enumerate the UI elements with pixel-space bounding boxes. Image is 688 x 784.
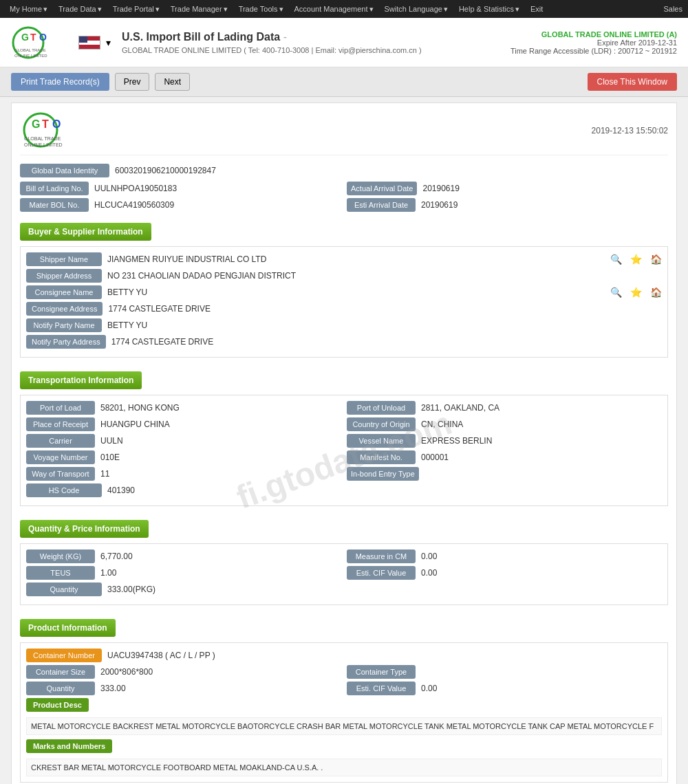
carrier-vessel-row: Carrier UULN Vessel Name EXPRESS BERLIN	[26, 434, 662, 448]
notify-party-name-value: BETTY YU	[107, 320, 662, 330]
consignee-address-label: Consignee Address	[26, 302, 103, 316]
esti-cif-value: 0.00	[421, 568, 662, 578]
logo-area: G T O GLOBAL TRADE ONLINE LIMITED ▾	[11, 25, 111, 60]
receipt-origin-row: Place of Receipt HUANGPU CHINA Country o…	[26, 417, 662, 431]
transportation-header: Transportation Information	[20, 371, 142, 389]
container-type-section: Container Type	[347, 665, 662, 679]
container-type-label: Container Type	[347, 665, 416, 679]
teus-value: 1.00	[100, 568, 341, 578]
consignee-name-row: Consignee Name BETTY YU 🔍 ⭐ 🏠	[26, 285, 662, 299]
consignee-address-value: 1774 CASTLEGATE DRIVE	[108, 304, 662, 314]
port-unload-value: 2811, OAKLAND, CA	[421, 403, 662, 413]
way-transport-value: 11	[100, 469, 341, 479]
shipper-address-value: NO 231 CHAOLIAN DADAO PENGJIAN DISTRICT	[107, 271, 662, 281]
us-flag	[78, 36, 100, 50]
container-number-label: Container Number	[26, 649, 102, 662]
actual-arrival-label: Actual Arrival Date	[347, 182, 417, 195]
mater-bol-value: HLCUCA4190560309	[94, 200, 341, 210]
manifest-section: Manifest No. 000001	[347, 450, 662, 464]
voyage-manifest-row: Voyage Number 010E Manifest No. 000001	[26, 450, 662, 464]
top-nav: My Home ▾ Trade Data ▾ Trade Portal ▾ Tr…	[0, 0, 688, 18]
nav-trade-data[interactable]: Trade Data ▾	[54, 0, 106, 18]
svg-text:GLOBAL TRADE: GLOBAL TRADE	[24, 136, 61, 141]
nav-items: My Home ▾ Trade Data ▾ Trade Portal ▾ Tr…	[6, 0, 547, 18]
esti-arrival-label: Esti Arrival Date	[347, 198, 416, 212]
product-info-header: Product Information	[20, 619, 116, 637]
consignee-search-icon[interactable]: 🔍	[610, 287, 622, 298]
nav-sales[interactable]: Sales	[663, 5, 682, 13]
product-info-section: Container Number UACU3947438 ( AC / L / …	[20, 642, 668, 783]
main-content: fi.gtodata.com G T O GLOBAL TRADE ONLINE…	[11, 102, 677, 784]
svg-text:G: G	[32, 118, 40, 130]
product-cif-value: 0.00	[421, 684, 662, 693]
country-origin-label: Country of Origin	[347, 417, 416, 431]
nav-trade-manager[interactable]: Trade Manager ▾	[166, 0, 232, 18]
svg-text:G: G	[21, 32, 29, 43]
nav-help-statistics[interactable]: Help & Statistics ▾	[455, 0, 524, 18]
shipper-address-label: Shipper Address	[26, 269, 102, 283]
nav-switch-language[interactable]: Switch Language ▾	[380, 0, 452, 18]
shipper-name-row: Shipper Name JIANGMEN RUIYUE INDUSTRIAL …	[26, 252, 662, 266]
port-load-label: Port of Load	[26, 401, 95, 415]
container-size-section: Container Size 2000*806*800	[26, 665, 341, 679]
qty-price-header: Quantity & Price Information	[20, 520, 149, 538]
country-origin-section: Country of Origin CN, CHINA	[347, 417, 662, 431]
consignee-name-value: BETTY YU	[107, 287, 602, 297]
hs-code-row: HS Code 401390	[26, 483, 662, 497]
nav-my-home[interactable]: My Home ▾	[6, 0, 52, 18]
next-button-top[interactable]: Next	[155, 73, 190, 91]
home-icon[interactable]: 🏠	[650, 254, 662, 265]
place-receipt-label: Place of Receipt	[26, 417, 95, 431]
teus-cif-row: TEUS 1.00 Esti. CIF Value 0.00	[26, 566, 662, 580]
star-icon[interactable]: ⭐	[630, 254, 642, 265]
port-load-section: Port of Load 58201, HONG KONG	[26, 401, 341, 415]
close-button-top[interactable]: Close This Window	[588, 73, 677, 91]
container-size-value: 2000*806*800	[100, 667, 341, 677]
ldr: Time Range Accessible (LDR) : 200712 ~ 2…	[510, 47, 677, 55]
transportation-section: Port of Load 58201, HONG KONG Port of Un…	[20, 395, 668, 506]
mater-bol-row: Mater BOL No. HLCUCA4190560309 Esti Arri…	[20, 198, 668, 212]
actual-arrival-value: 20190619	[422, 184, 668, 193]
consignee-home-icon[interactable]: 🏠	[650, 287, 662, 298]
prev-button-top[interactable]: Prev	[115, 73, 150, 91]
port-load-value: 58201, HONG KONG	[100, 403, 341, 413]
svg-text:O: O	[39, 32, 47, 43]
nav-exit[interactable]: Exit	[526, 0, 547, 18]
top-toolbar: Print Trade Record(s) Prev Next Close Th…	[0, 67, 688, 97]
consignee-star-icon[interactable]: ⭐	[630, 287, 642, 298]
nav-trade-tools[interactable]: Trade Tools ▾	[235, 0, 288, 18]
port-unload-label: Port of Unload	[347, 401, 416, 415]
notify-party-address-row: Notify Party Address 1774 CASTLEGATE DRI…	[26, 335, 662, 349]
nav-account-management[interactable]: Account Management ▾	[290, 0, 378, 18]
search-icon[interactable]: 🔍	[610, 254, 622, 265]
global-identity-row: Global Data Identity 6003201906210000192…	[20, 164, 668, 177]
measure-label: Measure in CM	[347, 549, 416, 563]
container-number-row: Container Number UACU3947438 ( AC / L / …	[26, 649, 662, 662]
expire-date: Expire After 2019-12-31	[510, 39, 677, 47]
mater-bol-section: Mater BOL No. HLCUCA4190560309	[20, 198, 341, 212]
shipper-name-value: JIANGMEN RUIYUE INDUSTRIAL CO LTD	[107, 254, 602, 264]
bol-no-value: UULNHPOA19050183	[94, 184, 341, 193]
esti-arrival-value: 20190619	[421, 200, 668, 210]
vessel-value: EXPRESS BERLIN	[421, 436, 662, 446]
bol-no-section: Bill of Lading No. UULNHPOA19050183	[20, 182, 341, 195]
carrier-section: Carrier UULN	[26, 434, 341, 448]
measure-value: 0.00	[421, 552, 662, 561]
weight-value: 6,770.00	[100, 552, 341, 561]
shipper-address-row: Shipper Address NO 231 CHAOLIAN DADAO PE…	[26, 269, 662, 283]
inbond-label: In-bond Entry Type	[347, 467, 419, 481]
marks-value: CKREST BAR METAL MOTORCYCLE FOOTBOARD ME…	[26, 759, 662, 776]
nav-trade-portal[interactable]: Trade Portal ▾	[109, 0, 164, 18]
buyer-supplier-header: Buyer & Supplier Information	[20, 223, 151, 241]
svg-text:ONLINE LIMITED: ONLINE LIMITED	[24, 142, 63, 147]
print-button-top[interactable]: Print Trade Record(s)	[11, 73, 109, 91]
shipper-name-label: Shipper Name	[26, 252, 102, 266]
product-qty-value: 333.00	[100, 684, 341, 693]
esti-cif-section: Esti. CIF Value 0.00	[347, 566, 662, 580]
svg-text:ONLINE LIMITED: ONLINE LIMITED	[14, 54, 47, 58]
container-number-value: UACU3947438 ( AC / L / PP )	[107, 651, 662, 660]
mater-bol-label: Mater BOL No.	[20, 198, 89, 212]
teus-label: TEUS	[26, 566, 95, 580]
record-logo: G T O GLOBAL TRADE ONLINE LIMITED	[20, 111, 103, 149]
marks-area: Marks and Numbers CKREST BAR METAL MOTOR…	[26, 739, 662, 776]
